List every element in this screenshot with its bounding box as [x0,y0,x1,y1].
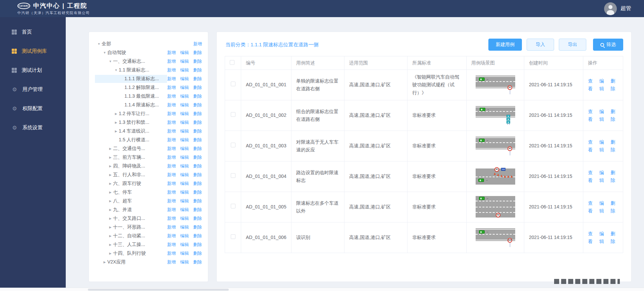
tree-node-label[interactable]: 六、跟车行驶 [113,181,141,187]
tree-delete-link[interactable]: 删除 [193,146,202,152]
import-button[interactable]: 导入 [527,39,554,51]
tree-delete-link[interactable]: 删除 [193,181,202,187]
tree-edit-link[interactable]: 编辑 [180,102,189,108]
tree-edit-link[interactable]: 编辑 [180,250,189,256]
chevron-right-icon[interactable]: ▶ [113,112,119,115]
chevron-right-icon[interactable]: ▶ [113,130,119,133]
view-link[interactable]: 查看 [588,77,596,93]
tree-node-label[interactable]: 1.4 车道线识... [119,128,149,134]
tree-node-label[interactable]: 1.1.3 最低限速... [124,93,159,99]
tree-node-label[interactable]: 十三、人工操... [113,242,145,248]
sidebar-item-permission-config[interactable]: 权限配置 [0,99,66,118]
chevron-right-icon[interactable]: ▶ [108,191,113,194]
tree-delete-link[interactable]: 删除 [193,102,202,108]
chevron-right-icon[interactable]: ▶ [113,121,119,124]
sidebar-item-test-plan[interactable]: 测试计划 [0,61,66,80]
sidebar-item-home[interactable]: 首页 [0,22,66,42]
edit-link[interactable]: 编辑 [599,199,607,215]
tree-edit-link[interactable]: 编辑 [180,85,189,91]
tree-delete-link[interactable]: 删除 [193,85,202,91]
tree-delete-link[interactable]: 删除 [193,242,202,248]
tree-add-link[interactable]: 新增 [167,128,176,134]
tree-add-link[interactable]: 新增 [167,111,176,117]
tree-delete-link[interactable]: 删除 [193,189,202,195]
tree-delete-link[interactable]: 删除 [193,128,202,134]
tree-edit-link[interactable]: 编辑 [180,76,189,82]
tree-add-link[interactable]: 新增 [167,76,176,82]
tree-node-label[interactable]: 十四、队列行驶 [113,250,146,256]
tree-delete-link[interactable]: 删除 [193,111,202,117]
tree-edit-link[interactable]: 编辑 [180,58,189,64]
chevron-right-icon[interactable]: ▶ [108,226,113,229]
tree-add-link[interactable]: 新增 [167,58,176,64]
tree-edit-link[interactable]: 编辑 [180,207,189,213]
tree-add-link[interactable]: 新增 [167,85,176,91]
tree-edit-link[interactable]: 编辑 [180,146,189,152]
tree-node-label[interactable]: 全部 [102,41,111,47]
new-case-button[interactable]: 新建用例 [488,39,522,51]
tree-node-label[interactable]: 十一、环形路... [113,224,145,230]
tree-edit-link[interactable]: 编辑 [180,111,189,117]
tree-node-label[interactable]: 1.1 限速标志... [119,67,149,73]
tree-add-link[interactable]: 新增 [167,102,176,108]
tree-node-label[interactable]: 九、并道 [113,207,132,213]
tree-edit-link[interactable]: 编辑 [180,93,189,99]
tree-add-link[interactable]: 新增 [167,146,176,152]
horizontal-scrollbar[interactable] [0,288,644,291]
tree-node-label[interactable]: 十二、自动紧... [113,233,145,239]
tree-add-link[interactable]: 新增 [167,224,176,230]
tree-delete-link[interactable]: 删除 [193,67,202,73]
tree-node-label[interactable]: 二、交通信号... [113,146,145,152]
tree-edit-link[interactable]: 编辑 [180,233,189,239]
row-checkbox[interactable] [231,234,235,239]
delete-link[interactable]: 删除 [610,230,618,245]
tree-delete-link[interactable]: 删除 [193,58,202,64]
delete-link[interactable]: 删除 [610,169,618,184]
tree-edit-link[interactable]: 编辑 [180,198,189,204]
tree-edit-link[interactable]: 编辑 [180,67,189,73]
scrollbar-thumb[interactable] [88,289,229,291]
tree-add-link[interactable]: 新增 [167,259,176,265]
tree-add-link[interactable]: 新增 [167,154,176,160]
tree-delete-link[interactable]: 删除 [193,137,202,143]
edit-link[interactable]: 编辑 [599,169,607,184]
user-box[interactable]: 超管 [604,2,631,15]
tree-add-link[interactable]: 新增 [167,189,176,195]
tree-delete-link[interactable]: 删除 [193,76,202,82]
row-checkbox[interactable] [231,112,235,117]
tree-node-label[interactable]: 1.3 禁行和禁... [119,119,149,126]
tree-node-label[interactable]: 自动驾驶 [107,50,126,56]
chevron-right-icon[interactable]: ▶ [108,147,113,150]
tree-delete-link[interactable]: 删除 [193,154,202,160]
tree-edit-link[interactable]: 编辑 [180,215,189,222]
chevron-right-icon[interactable]: ▶ [108,243,113,246]
user-avatar-icon[interactable] [604,2,617,15]
export-button[interactable]: 导出 [559,39,586,51]
edit-link[interactable]: 编辑 [599,138,607,154]
view-link[interactable]: 查看 [588,108,596,123]
chevron-down-icon[interactable]: ▼ [96,42,102,46]
tree-edit-link[interactable]: 编辑 [180,119,189,126]
tree-delete-link[interactable]: 删除 [193,250,202,256]
tree-delete-link[interactable]: 删除 [193,163,202,169]
chevron-right-icon[interactable]: ▶ [108,156,113,159]
row-checkbox[interactable] [231,173,235,178]
chevron-right-icon[interactable]: ▶ [102,260,107,264]
tree-node-label[interactable]: 八、超车 [113,198,132,204]
tree-edit-link[interactable]: 编辑 [180,50,189,56]
chevron-right-icon[interactable]: ▶ [108,217,113,220]
view-link[interactable]: 查看 [588,199,596,215]
tree-node-label[interactable]: 十、交叉路口... [113,215,145,222]
chevron-down-icon[interactable]: ▼ [102,51,107,54]
sidebar-item-test-case-library[interactable]: 测试用例库 [0,42,66,61]
tree-delete-link[interactable]: 删除 [193,119,202,126]
delete-link[interactable]: 删除 [610,77,618,93]
edit-link[interactable]: 编辑 [599,230,607,245]
tree-add-link[interactable]: 新增 [167,67,176,73]
tree-node-label[interactable]: 一、交通标志... [113,58,145,64]
chevron-right-icon[interactable]: ▶ [108,173,113,177]
tree-add-link[interactable]: 新增 [167,242,176,248]
edit-link[interactable]: 编辑 [599,77,607,93]
tree-edit-link[interactable]: 编辑 [180,224,189,230]
view-link[interactable]: 查看 [588,138,596,154]
